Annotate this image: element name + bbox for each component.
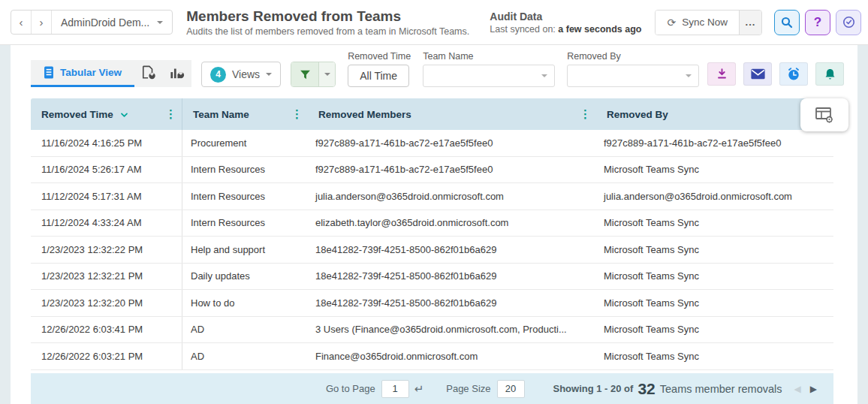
filter-removed-time-label: Removed Time [348,51,411,62]
document-pie-icon [141,65,156,80]
column-header-removed-time[interactable]: Removed Time ⋮ [31,98,182,130]
pagination: ◀ ▶ [794,384,817,394]
table-cell: 11/16/2024 5:26:17 AM [31,157,182,183]
views-label: Views [232,68,260,80]
table-cell: Microsoft Teams Sync [596,343,833,369]
table-cell: Help and support [182,237,308,263]
table-header: Removed Time ⋮ Team Name ⋮ Removed Membe… [31,98,833,130]
table-row[interactable]: 11/12/2024 5:17:31 AMIntern Resourcesjul… [31,183,833,210]
table-row[interactable]: 12/26/2022 6:03:21 PMADFinance@o365droid… [31,343,833,370]
refresh-icon: ⟳ [667,17,676,29]
table-cell: Microsoft Teams Sync [596,290,833,316]
search-icon [780,16,794,29]
table-cell: f927c889-a171-461b-ac72-e17ae5f5fee0 [596,130,833,156]
table-cell: 11/12/2024 5:17:31 AM [31,183,182,210]
schedule-report-button[interactable] [779,62,808,86]
page-size-input[interactable] [497,380,525,398]
title-block: Members Removed from Teams Audits the li… [186,8,469,37]
table-cell: AD [182,343,308,369]
task-status-button[interactable] [836,10,861,35]
report-navigator: ‹ › AdminDroid Dem... [11,10,173,35]
mail-icon [751,68,765,80]
table-row[interactable]: 12/26/2022 6:03:41 PMAD3 Users (Finance@… [31,317,833,344]
enter-icon[interactable]: ↵ [414,382,424,396]
view-tabstrip: Tabular View [31,60,191,87]
table-row[interactable]: 1/23/2023 12:32:20 PMHow to do18e41282-7… [31,290,833,317]
showing-entity: Teams member removals [660,383,782,395]
team-name-select[interactable] [423,65,555,87]
forward-button[interactable]: › [32,11,52,34]
table-row[interactable]: 11/12/2024 4:33:24 AMIntern Resourceseli… [31,210,833,237]
last-synced-text: Last synced on: a few seconds ago [490,24,641,35]
table-cell: elizabeth.taylor@o365droid.onmicrosoft.c… [308,210,596,237]
report-toolbar: Tabular View [11,45,857,87]
next-page-icon[interactable]: ▶ [810,384,817,394]
tenant-dropdown[interactable]: AdminDroid Dem... [52,11,172,34]
table-cell: Finance@o365droid.onmicrosoft.com [308,343,596,369]
chevron-down-icon [686,74,692,80]
table-row[interactable]: 11/16/2024 5:26:17 AMIntern Resourcesf92… [31,157,833,184]
clock-check-icon [842,15,856,29]
removed-time-filter-value[interactable]: All Time [348,65,409,87]
table-cell: How to do [182,290,308,316]
sync-now-label: Sync Now [682,17,728,28]
column-header-removed-by[interactable]: Removed By ⋮ [596,98,833,130]
page-title: Members Removed from Teams [186,8,469,25]
audit-table: Removed Time ⋮ Team Name ⋮ Removed Membe… [31,98,833,370]
table-cell: 3 Users (Finance@o365droid.onmicrosoft.c… [308,317,596,343]
action-icons [707,62,844,87]
alerts-button[interactable] [815,62,844,86]
column-header-removed-members[interactable]: Removed Members ⋮ [308,98,596,130]
filter-button[interactable] [291,62,318,86]
sync-now-button[interactable]: ⟳ Sync Now [656,11,739,35]
table-cell: AD [182,317,308,343]
table-cell: 12/26/2022 6:03:41 PM [31,317,182,343]
back-button[interactable]: ‹ [11,11,32,34]
showing-summary: Showing 1 - 20 of 32 Teams member remova… [553,380,782,398]
report-card: Tabular View [11,45,857,404]
goto-page-input[interactable] [381,380,409,398]
table-cell: Procurement [182,130,308,156]
column-label: Team Name [193,109,249,120]
search-button[interactable] [774,10,800,35]
column-settings-icon [815,106,834,124]
help-button[interactable]: ? [805,10,830,35]
table-cell: Microsoft Teams Sync [596,237,833,263]
chevron-down-icon [266,73,272,79]
tab-report-settings[interactable] [134,60,163,87]
table-row[interactable]: 11/16/2024 4:16:25 PMProcurementf927c889… [31,130,833,157]
filter-options-button[interactable] [318,62,335,86]
table-cell: julia.anderson@o365droid.onmicrosoft.com [308,183,596,210]
tab-chart-view[interactable] [163,60,191,87]
table-row[interactable]: 1/23/2023 12:32:21 PMDaily updates18e412… [31,264,833,291]
column-menu-icon[interactable]: ⋮ [580,109,591,119]
removed-by-select[interactable] [567,65,699,87]
tab-tabular-view[interactable]: Tabular View [31,60,134,87]
sort-desc-icon[interactable] [120,113,128,118]
table-row[interactable]: 1/23/2023 12:32:22 PMHelp and support18e… [31,237,833,264]
filter-removed-time: Removed Time All Time [348,51,411,87]
column-settings-button[interactable] [800,98,848,131]
table-cell: 18e41282-739f-4251-8500-862f01b6a629 [308,264,596,290]
views-dropdown[interactable]: 4 Views [201,62,281,87]
table-cell: Microsoft Teams Sync [596,157,833,183]
sync-more-button[interactable]: ... [739,11,761,35]
table-cell: Microsoft Teams Sync [596,317,833,343]
showing-range: Showing 1 - 20 of [553,383,634,394]
showing-total: 32 [637,380,655,398]
question-mark-icon: ? [814,15,821,30]
filter-split-button [291,62,336,87]
column-header-team-name[interactable]: Team Name ⋮ [182,98,308,130]
table-cell: 11/16/2024 4:16:25 PM [31,130,182,156]
filter-removed-by-label: Removed By [567,51,699,62]
column-menu-icon[interactable]: ⋮ [165,109,176,119]
table-body: 11/16/2024 4:16:25 PMProcurementf927c889… [31,130,833,370]
export-download-button[interactable] [707,62,736,86]
prev-page-icon[interactable]: ◀ [794,384,801,394]
filter-team-name-label: Team Name [423,51,555,62]
email-report-button[interactable] [743,62,772,86]
column-menu-icon[interactable]: ⋮ [291,109,303,119]
audit-data-block: Audit Data Last synced on: a few seconds… [490,11,641,35]
tab-tabular-view-label: Tabular View [60,67,122,78]
table-cell: 11/12/2024 4:33:24 AM [31,210,182,237]
